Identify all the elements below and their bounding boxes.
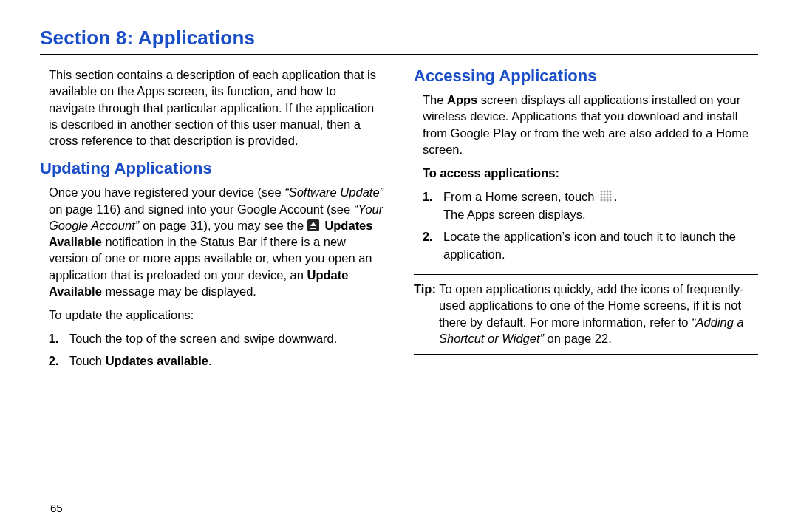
heading-accessing: Accessing Applications (414, 66, 758, 86)
svg-point-13 (604, 200, 606, 202)
text: on page 116) and signed into your Google… (49, 202, 354, 216)
svg-point-5 (604, 194, 606, 196)
title-rule (40, 54, 758, 55)
to-access-label: To access applications: (414, 165, 758, 181)
svg-point-4 (601, 194, 603, 196)
apps-label: Apps (447, 93, 477, 106)
svg-point-2 (607, 191, 609, 193)
svg-point-10 (607, 197, 609, 199)
section-title: Section 8: Applications (40, 27, 758, 50)
svg-point-6 (607, 194, 609, 196)
svg-point-8 (601, 197, 603, 199)
text: on page 31), you may see the (139, 219, 307, 232)
left-column: This section contains a description of e… (40, 66, 384, 378)
updating-paragraph: Once you have registered your device (se… (40, 184, 384, 299)
text: on page 22. (544, 332, 612, 345)
svg-point-3 (610, 191, 612, 193)
text: Once you have registered your device (se… (49, 185, 284, 199)
svg-point-9 (604, 197, 606, 199)
update-steps-list: Touch the top of the screen and swipe do… (40, 330, 384, 370)
svg-point-7 (610, 194, 612, 196)
step-text: . (614, 190, 618, 203)
xref-software-update: “Software Update” (284, 185, 383, 199)
list-item: Touch Updates available. (62, 352, 384, 370)
step-text: Touch (69, 354, 106, 367)
svg-point-1 (604, 191, 606, 193)
updates-available-icon (307, 219, 319, 231)
svg-point-15 (610, 200, 612, 202)
tip-block: Tip: To open applications quickly, add t… (414, 274, 758, 355)
step-text: . (208, 354, 212, 367)
heading-updating: Updating Applications (40, 159, 384, 178)
svg-point-11 (610, 197, 612, 199)
tip-text: Tip: To open applications quickly, add t… (414, 281, 758, 347)
list-item: Locate the application’s icon and touch … (436, 228, 758, 264)
step-text: Touch the top of the screen and swipe do… (69, 332, 337, 345)
list-item: From a Home screen, touch . The Apps scr… (436, 188, 758, 224)
step-text: From a Home screen, touch (443, 190, 598, 203)
svg-point-0 (601, 191, 603, 193)
right-column: Accessing Applications The Apps screen d… (414, 66, 758, 378)
to-update-label: To update the applications: (40, 307, 384, 323)
svg-point-14 (607, 200, 609, 202)
text: The (423, 93, 447, 106)
svg-point-12 (601, 200, 603, 202)
step-subtext: The Apps screen displays. (443, 208, 586, 221)
page-number: 65 (50, 502, 63, 514)
accessing-intro: The Apps screen displays all application… (414, 92, 758, 157)
access-steps-list: From a Home screen, touch . The Apps scr… (414, 188, 758, 264)
step-text: Locate the application’s icon and touch … (443, 230, 736, 261)
list-item: Touch the top of the screen and swipe do… (62, 330, 384, 348)
text: message may be displayed. (102, 284, 256, 298)
updates-available-button-label: Updates available (106, 354, 208, 367)
section-intro: This section contains a description of e… (40, 66, 384, 149)
tip-label: Tip: (414, 282, 436, 296)
content-columns: This section contains a description of e… (40, 66, 758, 378)
apps-grid-icon (599, 189, 613, 202)
